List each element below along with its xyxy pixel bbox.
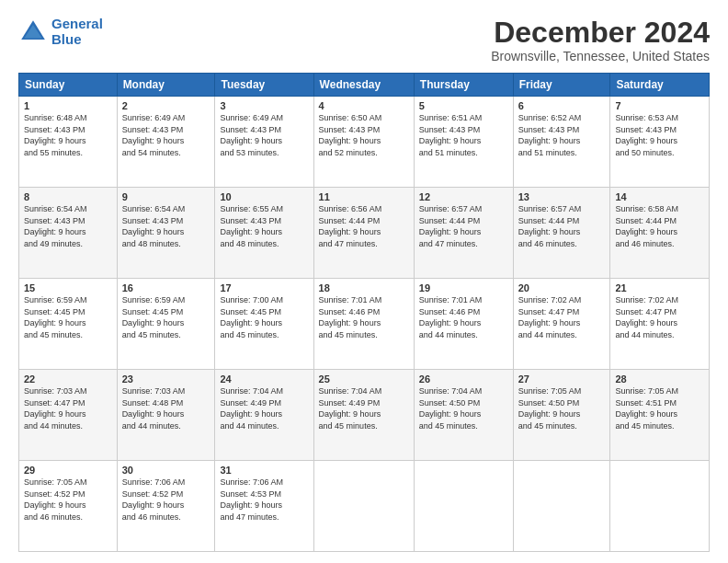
day-number: 26: [419, 373, 508, 385]
cell-info: Sunrise: 6:49 AMSunset: 4:43 PMDaylight:…: [122, 112, 210, 158]
cell-info: Sunrise: 6:48 AMSunset: 4:43 PMDaylight:…: [24, 112, 112, 158]
calendar-cell: 7Sunrise: 6:53 AMSunset: 4:43 PMDaylight…: [610, 97, 710, 188]
calendar-cell: 17Sunrise: 7:00 AMSunset: 4:45 PMDayligh…: [215, 279, 313, 370]
calendar-cell: 24Sunrise: 7:04 AMSunset: 4:49 PMDayligh…: [215, 370, 313, 461]
calendar-cell: 18Sunrise: 7:01 AMSunset: 4:46 PMDayligh…: [313, 279, 414, 370]
calendar-cell: 4Sunrise: 6:50 AMSunset: 4:43 PMDaylight…: [313, 97, 414, 188]
col-header-thursday: Thursday: [414, 74, 513, 97]
col-header-friday: Friday: [513, 74, 610, 97]
calendar-cell: 1Sunrise: 6:48 AMSunset: 4:43 PMDaylight…: [19, 97, 118, 188]
calendar-cell: 15Sunrise: 6:59 AMSunset: 4:45 PMDayligh…: [19, 279, 118, 370]
day-number: 20: [518, 282, 606, 293]
cell-info: Sunrise: 7:05 AMSunset: 4:52 PMDaylight:…: [24, 477, 112, 523]
cell-info: Sunrise: 6:55 AMSunset: 4:43 PMDaylight:…: [220, 203, 308, 249]
calendar-cell: 19Sunrise: 7:01 AMSunset: 4:46 PMDayligh…: [414, 279, 513, 370]
day-number: 17: [220, 282, 308, 293]
week-row-4: 22Sunrise: 7:03 AMSunset: 4:47 PMDayligh…: [19, 370, 710, 461]
day-number: 13: [518, 191, 606, 202]
header: General Blue December 2024 Brownsville, …: [18, 17, 710, 63]
calendar-cell: 28Sunrise: 7:05 AMSunset: 4:51 PMDayligh…: [610, 370, 710, 461]
calendar-cell: 21Sunrise: 7:02 AMSunset: 4:47 PMDayligh…: [610, 279, 710, 370]
week-row-3: 15Sunrise: 6:59 AMSunset: 4:45 PMDayligh…: [19, 279, 710, 370]
calendar-cell: 10Sunrise: 6:55 AMSunset: 4:43 PMDayligh…: [215, 188, 313, 279]
day-number: 6: [518, 100, 606, 111]
cell-info: Sunrise: 7:05 AMSunset: 4:51 PMDaylight:…: [615, 385, 704, 431]
calendar-cell: 20Sunrise: 7:02 AMSunset: 4:47 PMDayligh…: [513, 279, 610, 370]
cell-info: Sunrise: 6:59 AMSunset: 4:45 PMDaylight:…: [122, 294, 210, 340]
calendar-cell: 12Sunrise: 6:57 AMSunset: 4:44 PMDayligh…: [414, 188, 513, 279]
day-number: 28: [615, 373, 704, 385]
calendar-cell: [313, 461, 414, 552]
calendar-cell: 6Sunrise: 6:52 AMSunset: 4:43 PMDaylight…: [513, 97, 610, 188]
cell-info: Sunrise: 6:53 AMSunset: 4:43 PMDaylight:…: [615, 112, 704, 158]
day-number: 23: [122, 373, 210, 385]
page: General Blue December 2024 Brownsville, …: [0, 0, 728, 563]
cell-info: Sunrise: 6:56 AMSunset: 4:44 PMDaylight:…: [319, 203, 409, 249]
cell-info: Sunrise: 6:54 AMSunset: 4:43 PMDaylight:…: [24, 203, 112, 249]
header-row: SundayMondayTuesdayWednesdayThursdayFrid…: [19, 74, 710, 97]
day-number: 31: [220, 465, 308, 476]
cell-info: Sunrise: 6:57 AMSunset: 4:44 PMDaylight:…: [419, 203, 508, 249]
day-number: 19: [419, 282, 508, 293]
week-row-1: 1Sunrise: 6:48 AMSunset: 4:43 PMDaylight…: [19, 97, 710, 188]
cell-info: Sunrise: 6:51 AMSunset: 4:43 PMDaylight:…: [419, 112, 508, 158]
calendar-cell: 11Sunrise: 6:56 AMSunset: 4:44 PMDayligh…: [313, 188, 414, 279]
col-header-tuesday: Tuesday: [215, 74, 313, 97]
day-number: 11: [319, 191, 409, 202]
calendar-cell: 3Sunrise: 6:49 AMSunset: 4:43 PMDaylight…: [215, 97, 313, 188]
calendar-cell: 22Sunrise: 7:03 AMSunset: 4:47 PMDayligh…: [19, 370, 118, 461]
day-number: 16: [122, 282, 210, 293]
day-number: 2: [122, 100, 210, 111]
logo-icon: [18, 17, 48, 47]
cell-info: Sunrise: 6:59 AMSunset: 4:45 PMDaylight:…: [24, 294, 112, 340]
cell-info: Sunrise: 7:06 AMSunset: 4:53 PMDaylight:…: [220, 477, 308, 523]
calendar-cell: 30Sunrise: 7:06 AMSunset: 4:52 PMDayligh…: [117, 461, 215, 552]
cell-info: Sunrise: 6:57 AMSunset: 4:44 PMDaylight:…: [518, 203, 606, 249]
cell-info: Sunrise: 7:00 AMSunset: 4:45 PMDaylight:…: [220, 294, 308, 340]
day-number: 3: [220, 100, 308, 111]
day-number: 22: [24, 373, 112, 385]
day-number: 21: [615, 282, 704, 293]
calendar-cell: 23Sunrise: 7:03 AMSunset: 4:48 PMDayligh…: [117, 370, 215, 461]
calendar-cell: 25Sunrise: 7:04 AMSunset: 4:49 PMDayligh…: [313, 370, 414, 461]
day-number: 10: [220, 191, 308, 202]
title-block: December 2024 Brownsville, Tennessee, Un…: [491, 17, 710, 63]
calendar-cell: 16Sunrise: 6:59 AMSunset: 4:45 PMDayligh…: [117, 279, 215, 370]
cell-info: Sunrise: 7:03 AMSunset: 4:48 PMDaylight:…: [122, 385, 210, 431]
col-header-wednesday: Wednesday: [313, 74, 414, 97]
calendar-cell: [610, 461, 710, 552]
day-number: 24: [220, 373, 308, 385]
col-header-sunday: Sunday: [19, 74, 118, 97]
cell-info: Sunrise: 6:52 AMSunset: 4:43 PMDaylight:…: [518, 112, 606, 158]
calendar-cell: [414, 461, 513, 552]
calendar-cell: 9Sunrise: 6:54 AMSunset: 4:43 PMDaylight…: [117, 188, 215, 279]
cell-info: Sunrise: 7:03 AMSunset: 4:47 PMDaylight:…: [24, 385, 112, 431]
week-row-5: 29Sunrise: 7:05 AMSunset: 4:52 PMDayligh…: [19, 461, 710, 552]
cell-info: Sunrise: 7:04 AMSunset: 4:50 PMDaylight:…: [419, 385, 508, 431]
calendar-cell: 27Sunrise: 7:05 AMSunset: 4:50 PMDayligh…: [513, 370, 610, 461]
day-number: 25: [319, 373, 409, 385]
cell-info: Sunrise: 6:50 AMSunset: 4:43 PMDaylight:…: [319, 112, 409, 158]
calendar-cell: 29Sunrise: 7:05 AMSunset: 4:52 PMDayligh…: [19, 461, 118, 552]
calendar-cell: 8Sunrise: 6:54 AMSunset: 4:43 PMDaylight…: [19, 188, 118, 279]
calendar-cell: 14Sunrise: 6:58 AMSunset: 4:44 PMDayligh…: [610, 188, 710, 279]
col-header-monday: Monday: [117, 74, 215, 97]
day-number: 8: [24, 191, 112, 202]
cell-info: Sunrise: 7:04 AMSunset: 4:49 PMDaylight:…: [319, 385, 409, 431]
week-row-2: 8Sunrise: 6:54 AMSunset: 4:43 PMDaylight…: [19, 188, 710, 279]
day-number: 14: [615, 191, 704, 202]
day-number: 12: [419, 191, 508, 202]
day-number: 4: [319, 100, 409, 111]
cell-info: Sunrise: 7:06 AMSunset: 4:52 PMDaylight:…: [122, 477, 210, 523]
cell-info: Sunrise: 6:54 AMSunset: 4:43 PMDaylight:…: [122, 203, 210, 249]
calendar-cell: [513, 461, 610, 552]
cell-info: Sunrise: 6:49 AMSunset: 4:43 PMDaylight:…: [220, 112, 308, 158]
calendar-cell: 13Sunrise: 6:57 AMSunset: 4:44 PMDayligh…: [513, 188, 610, 279]
day-number: 9: [122, 191, 210, 202]
month-title: December 2024: [491, 17, 710, 49]
calendar-table: SundayMondayTuesdayWednesdayThursdayFrid…: [18, 73, 710, 552]
cell-info: Sunrise: 7:02 AMSunset: 4:47 PMDaylight:…: [615, 294, 704, 340]
cell-info: Sunrise: 7:05 AMSunset: 4:50 PMDaylight:…: [518, 385, 606, 431]
calendar-cell: 31Sunrise: 7:06 AMSunset: 4:53 PMDayligh…: [215, 461, 313, 552]
calendar-cell: 2Sunrise: 6:49 AMSunset: 4:43 PMDaylight…: [117, 97, 215, 188]
